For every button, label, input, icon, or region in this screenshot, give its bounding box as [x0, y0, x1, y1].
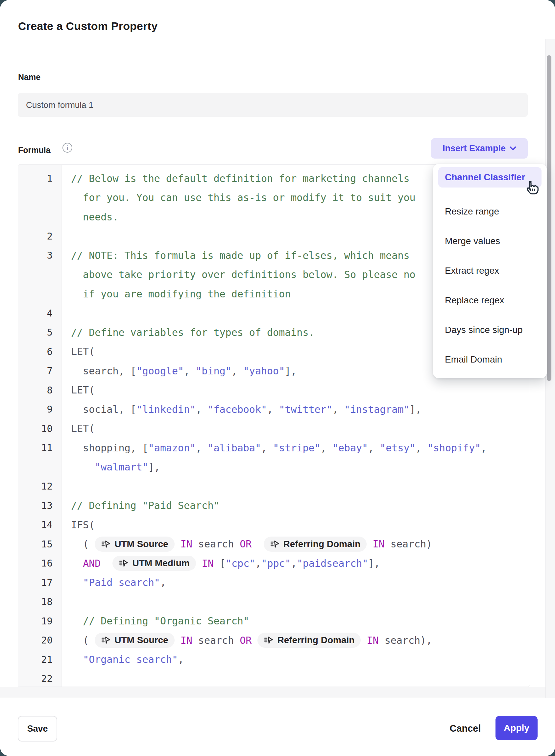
create-custom-property-dialog: Create a Custom Property Name Formula i … — [0, 0, 555, 756]
code-text: search, [ — [71, 365, 136, 377]
chevron-down-icon — [510, 147, 516, 151]
scrollbar-thumb[interactable] — [547, 55, 551, 381]
code-string: "google" — [136, 365, 184, 377]
code-string: "yahoo" — [243, 365, 285, 377]
code-text: , — [196, 404, 208, 415]
code-row: 19 // Defining "Organic Search" — [18, 611, 530, 631]
code-line: for you. You can use this as-is or modif… — [61, 192, 416, 203]
code-text — [175, 635, 180, 646]
apply-button[interactable]: Apply — [496, 716, 538, 740]
code-text: , — [291, 558, 297, 569]
code-keyword: OR — [240, 538, 252, 550]
property-chip-referring-domain[interactable]: Referring Domain — [264, 536, 367, 552]
code-text — [252, 635, 257, 646]
code-comment: // Defining "Organic Search" — [71, 615, 249, 627]
code-text: , — [255, 558, 261, 569]
insert-example-button[interactable]: Insert Example — [431, 138, 528, 159]
code-line: search, ["google", "bing", "yahoo"], — [61, 365, 297, 377]
line-number: 18 — [18, 596, 61, 607]
line-number: 4 — [18, 308, 61, 319]
code-keyword: IN — [180, 635, 193, 646]
code-line: // NOTE: This formula is made up of if-e… — [61, 250, 410, 261]
code-row: 13// Defining "Paid Search" — [18, 496, 530, 516]
line-number: 2 — [18, 231, 61, 242]
code-string: "Organic search" — [83, 654, 178, 665]
code-line: shopping, ["amazon", "alibaba", "stripe"… — [61, 442, 486, 454]
code-string: "ppc" — [261, 558, 291, 569]
property-chip-utm-source[interactable]: UTM Source — [95, 536, 174, 552]
code-row: 22 — [18, 669, 530, 687]
code-line: AND UTM Medium IN ["cpc","ppc","paidsear… — [61, 556, 380, 571]
code-line: ( UTM Source IN search OR Referring Doma… — [61, 633, 432, 648]
name-input[interactable] — [18, 93, 528, 117]
code-text: , — [160, 577, 166, 588]
code-text — [175, 538, 180, 550]
code-text — [71, 558, 83, 569]
line-number: 13 — [18, 500, 61, 511]
property-chip-utm-source[interactable]: UTM Source — [95, 633, 174, 648]
code-line: above take priority over definitions bel… — [61, 269, 416, 280]
menu-item-email-domain[interactable]: Email Domain — [438, 345, 542, 374]
code-line: LET( — [61, 423, 95, 434]
code-line: "Paid search", — [61, 577, 166, 588]
line-number: 3 — [18, 250, 61, 261]
line-number: 5 — [18, 327, 61, 338]
cancel-button[interactable]: Cancel — [442, 719, 488, 738]
code-row: 10LET( — [18, 419, 530, 439]
line-number: 1 — [18, 173, 61, 184]
code-comment: // Define variables for types of domains… — [71, 327, 315, 338]
property-chip-referring-domain[interactable]: Referring Domain — [257, 633, 361, 648]
code-string: "instagram" — [344, 404, 410, 415]
menu-item-extract-regex[interactable]: Extract regex — [438, 256, 542, 285]
code-string: "paidsearch" — [297, 558, 368, 569]
code-row: 17 "Paid search", — [18, 573, 530, 593]
property-icon — [101, 539, 111, 549]
menu-item-merge-values[interactable]: Merge values — [438, 226, 542, 256]
code-row: 20 ( UTM Source IN search OR Referring D… — [18, 631, 530, 650]
code-string: "ebay" — [332, 442, 368, 454]
code-row: 11 shopping, ["amazon", "alibaba", "stri… — [18, 438, 530, 457]
code-line: LET( — [61, 346, 95, 357]
editor-bottom-strip — [0, 687, 555, 698]
menu-item-days-since-sign-up[interactable]: Days since sign-up — [438, 315, 542, 345]
code-comment: // Defining "Paid Search" — [71, 500, 220, 511]
code-text: , — [261, 442, 273, 454]
code-comment: needs. — [71, 211, 119, 223]
code-string: "linkedin" — [136, 404, 196, 415]
line-number: 16 — [18, 558, 61, 569]
code-text — [71, 654, 83, 665]
code-string: "cpc" — [225, 558, 255, 569]
code-text: ( — [71, 538, 95, 550]
code-row: 15 ( UTM Source IN search OR Referring D… — [18, 534, 530, 554]
line-number: 12 — [18, 481, 61, 492]
menu-item-replace-regex[interactable]: Replace regex — [438, 285, 542, 315]
menu-item-resize-range[interactable]: Resize range — [438, 197, 542, 226]
code-string: "stripe" — [273, 442, 321, 454]
info-icon[interactable]: i — [62, 143, 72, 153]
code-line: // Below is the default definition for m… — [61, 173, 410, 184]
code-text: LET( — [71, 346, 95, 357]
code-comment: above take priority over definitions bel… — [71, 269, 416, 280]
code-row: 21 "Organic search", — [18, 650, 530, 670]
insert-example-label: Insert Example — [442, 144, 506, 154]
code-text: , — [184, 365, 196, 377]
code-text: , — [481, 442, 486, 454]
code-keyword: IN — [367, 635, 378, 646]
code-row: "walmart"], — [18, 457, 530, 477]
property-chip-label: Referring Domain — [277, 635, 354, 645]
line-number: 21 — [18, 654, 61, 665]
save-button[interactable]: Save — [18, 716, 57, 742]
code-row: 12 — [18, 477, 530, 496]
property-chip-utm-medium[interactable]: UTM Medium — [113, 556, 196, 571]
mouse-pointer-icon — [523, 180, 539, 195]
code-line: LET( — [61, 384, 95, 396]
code-text: search), — [379, 635, 432, 646]
code-keyword: OR — [240, 635, 252, 646]
code-row: 16 AND UTM Medium IN ["cpc","ppc","paids… — [18, 554, 530, 573]
code-text: , — [267, 404, 279, 415]
code-line: if you are modifying the definition — [61, 288, 291, 300]
code-text — [367, 538, 373, 550]
code-string: "bing" — [196, 365, 231, 377]
line-number: 20 — [18, 635, 61, 646]
line-number: 6 — [18, 346, 61, 357]
